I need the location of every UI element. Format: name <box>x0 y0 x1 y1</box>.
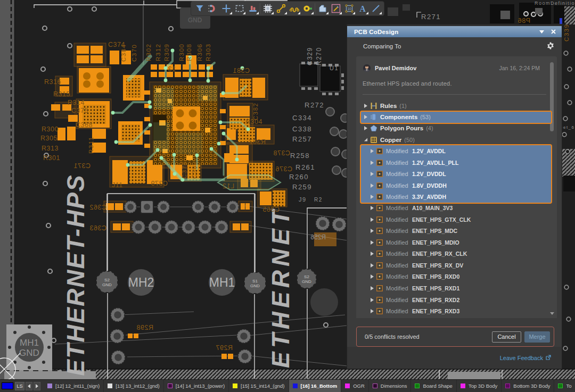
collapsed-arrow-icon[interactable] <box>370 229 374 233</box>
modified-icon <box>376 182 383 189</box>
net-name-label: ENET_HPS_MDC <box>412 228 457 234</box>
collapsed-arrow-icon[interactable] <box>370 195 374 199</box>
tree-item-1.2v_avdll_pll[interactable]: Modified1.2V_AVDLL_PLL <box>361 157 551 169</box>
scroll-layers-left-button[interactable] <box>26 382 32 390</box>
merge-button[interactable]: Merge <box>524 331 550 343</box>
svg-text:R297: R297 <box>216 344 233 352</box>
layer-tab-15-15_int14_(gnd)[interactable]: [15] 15_int14_(gnd) <box>229 380 289 392</box>
tree-item-enet_hps_rx_clk[interactable]: ModifiedENET_HPS_RX_CLK <box>356 248 557 260</box>
via-tool-button[interactable] <box>301 2 314 15</box>
collapsed-arrow-icon[interactable] <box>364 104 368 108</box>
tree-item-1.2v_avddl[interactable]: Modified1.2V_AVDDL <box>361 145 551 157</box>
tree-group-rules[interactable]: Rules(1) <box>356 101 557 112</box>
change-state-label: Modified <box>386 262 410 269</box>
cross-select-tool-button[interactable] <box>219 2 233 15</box>
tree-item-3.3v_avddh[interactable]: Modified3.3V_AVDDH <box>361 191 551 203</box>
svg-text:R260: R260 <box>289 173 309 181</box>
leave-feedback-link[interactable]: Leave Feedback <box>500 355 543 361</box>
tree-item-a10_main_3v3[interactable]: ModifiedA10_MAIN_3V3 <box>356 202 557 214</box>
svg-text:eet_6: eet_6 <box>560 125 575 130</box>
collapsed-arrow-icon[interactable] <box>370 298 374 302</box>
slice-tool-button[interactable] <box>329 2 342 15</box>
collapsed-arrow-icon[interactable] <box>370 161 374 165</box>
layer-sets-button[interactable]: LS <box>15 382 24 390</box>
expanded-arrow-icon[interactable] <box>364 138 368 142</box>
polygon-pours-icon <box>370 124 377 132</box>
collapsed-arrow-icon[interactable] <box>370 263 374 268</box>
layer-tab-14-14_int13_(power)[interactable]: [14] 14_int13_(power) <box>164 380 229 392</box>
text-tool-button[interactable]: A <box>356 2 369 15</box>
modified-icon <box>376 228 383 234</box>
diff-pair-route-tool-button[interactable] <box>288 2 301 15</box>
layer-tab-board-shape[interactable]: Board Shape <box>411 380 456 392</box>
collapsed-arrow-icon[interactable] <box>370 286 374 290</box>
layer-tab-ogr[interactable]: OGR <box>341 380 369 392</box>
tree-item-enet_hps_rx_dv[interactable]: ModifiedENET_HPS_RX_DV <box>356 260 557 271</box>
collapsed-arrow-icon[interactable] <box>370 274 374 279</box>
polygon-pour-tool-button[interactable] <box>316 2 329 15</box>
svg-text:C377: C377 <box>181 161 187 179</box>
layer-tab-12-12_int11_(sign)[interactable]: [12] 12_int11_(sign) <box>44 380 104 392</box>
scroll-layers-right-button[interactable] <box>34 382 40 390</box>
change-state-label: Modified <box>386 251 410 257</box>
svg-text:R300: R300 <box>42 126 59 133</box>
dropdown-corner-icon <box>243 12 245 14</box>
layer-tab-label: [16] 16_Bottom <box>301 383 338 389</box>
tree-item-enet_hps_rxd3[interactable]: ModifiedENET_HPS_RXD3 <box>356 305 557 317</box>
current-layer-swatch[interactable] <box>2 382 13 389</box>
tree-group-polygon-pours[interactable]: Polygon Pours(4) <box>356 123 557 135</box>
tree-item-enet_hps_rxd1[interactable]: ModifiedENET_HPS_RXD1 <box>356 282 557 294</box>
snap-magnet-tool-button[interactable] <box>206 2 219 15</box>
net-name-label: ENET_HPS_GTX_CLK <box>412 216 471 223</box>
tree-group-components[interactable]: Components(53) <box>361 112 551 123</box>
net-name-label: ENET_HPS_RXD2 <box>412 297 459 303</box>
room-tool-button[interactable]: 10 <box>342 2 356 15</box>
net-name-label: ENET_HPS_RXD3 <box>412 308 459 314</box>
gear-icon[interactable] <box>547 42 554 51</box>
svg-text:P86: P86 <box>518 17 530 24</box>
svg-text:R2: R2 <box>314 197 323 203</box>
dropdown-corner-icon <box>311 12 314 14</box>
collapsed-arrow-icon[interactable] <box>370 309 374 313</box>
tree-item-enet_hps_rxd0[interactable]: ModifiedENET_HPS_RXD0 <box>356 271 557 283</box>
svg-text:R306: R306 <box>196 44 203 62</box>
collapsed-arrow-icon[interactable] <box>370 149 374 153</box>
collapsed-arrow-icon[interactable] <box>364 126 368 130</box>
layer-tab-bottom-3d-body[interactable]: Bottom 3D Body <box>502 380 554 392</box>
tree-item-enet_hps_mdc[interactable]: ModifiedENET_HPS_MDC <box>356 226 557 237</box>
tree-group-count: (50) <box>404 137 415 143</box>
filter-tool-button[interactable] <box>193 2 206 15</box>
alignment-tool-button[interactable] <box>246 2 259 15</box>
collapsed-arrow-icon[interactable] <box>370 184 374 188</box>
collapsed-arrow-icon[interactable] <box>370 172 374 176</box>
area-select-tool-button[interactable] <box>233 2 246 15</box>
tree-item-1.8v_dvddh[interactable]: Modified1.8V_DVDDH <box>361 180 551 191</box>
collapsed-arrow-icon[interactable] <box>370 206 374 210</box>
change-state-label: Modified <box>386 148 410 154</box>
tree-item-1.2v_dvddl[interactable]: Modified1.2V_DVDDL <box>361 168 551 180</box>
layer-tab-to[interactable]: To <box>554 380 575 392</box>
net-name-label: 1.2V_AVDDL <box>412 148 446 154</box>
tree-item-enet_hps_gtx_clk[interactable]: ModifiedENET_HPS_GTX_CLK <box>356 214 557 226</box>
layer-tab-top-3d-body[interactable]: Top 3D Body <box>457 380 502 392</box>
route-tool-button[interactable] <box>274 2 288 15</box>
dropdown-corner-icon <box>298 12 300 14</box>
layer-tab-13-13_int12_(gnd)[interactable]: [13] 13_int12_(gnd) <box>104 380 163 392</box>
cancel-button[interactable]: Cancel <box>492 331 521 343</box>
close-icon[interactable] <box>549 28 557 36</box>
collapsed-arrow-icon[interactable] <box>370 252 374 256</box>
layer-tab-16-16_bottom[interactable]: [16] 16_Bottom <box>289 380 342 392</box>
comparing-to-label: Comparing To <box>363 43 401 49</box>
panel-titlebar[interactable]: PCB CoDesign <box>347 24 562 37</box>
line-tool-button[interactable] <box>369 2 382 15</box>
collapsed-arrow-icon[interactable] <box>370 218 374 222</box>
layer-tab-dimensions[interactable]: Dimensions <box>369 380 412 392</box>
tree-item-enet_hps_rxd2[interactable]: ModifiedENET_HPS_RXD2 <box>356 294 557 306</box>
scrollbar-down-arrow[interactable] <box>550 312 554 315</box>
component-place-tool-button[interactable] <box>261 2 274 15</box>
collapsed-arrow-icon[interactable] <box>370 240 374 245</box>
collapsed-arrow-icon[interactable] <box>364 115 368 119</box>
modified-icon <box>376 273 383 280</box>
tree-item-enet_hps_mdio[interactable]: ModifiedENET_HPS_MDIO <box>356 237 557 248</box>
chevron-down-icon[interactable] <box>537 28 546 36</box>
